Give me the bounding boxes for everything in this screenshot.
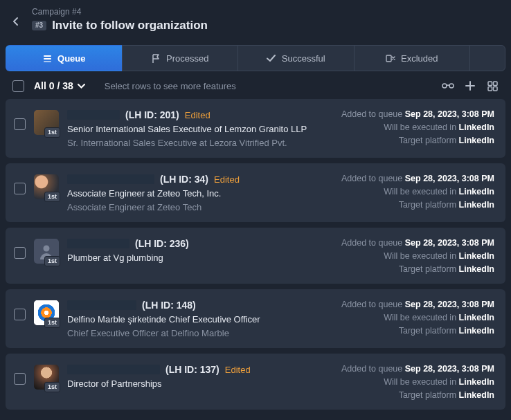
svg-rect-7 — [493, 82, 497, 86]
title-block: Campaign #4 #3 Invite to follow organiza… — [32, 7, 208, 33]
svg-rect-3 — [386, 55, 391, 62]
row-checkbox[interactable] — [14, 183, 26, 194]
person-name-redacted — [67, 239, 129, 248]
meta-added: Added to queue Sep 28, 2023, 3:08 PM — [335, 364, 494, 374]
queue-row[interactable]: 1st(LH ID: 137)EditedDirector of Partner… — [6, 354, 505, 410]
connection-badge: 1st — [44, 318, 60, 328]
chevron-down-icon — [78, 84, 85, 89]
meta-added: Added to queue Sep 28, 2023, 3:08 PM — [335, 300, 494, 309]
connection-badge: 1st — [44, 127, 60, 138]
person-name-redacted — [67, 365, 160, 374]
job-subtitle: Sr. International Sales Executive at Lez… — [67, 138, 327, 148]
person-name-redacted — [67, 110, 120, 120]
action-glasses-button[interactable] — [442, 80, 454, 92]
back-button[interactable] — [10, 15, 22, 28]
breadcrumb: Campaign #4 — [32, 7, 208, 17]
tabs: Queue Processed Successful Excluded — [6, 45, 505, 71]
tab-processed[interactable]: Processed — [122, 45, 239, 71]
tab-label: Processed — [166, 53, 208, 64]
avatar[interactable]: 1st — [34, 174, 59, 199]
tab-label: Queue — [57, 53, 85, 64]
svg-rect-1 — [44, 58, 51, 60]
queue-row[interactable]: 1st(LH ID: 148)Delfino Marble şirketinde… — [6, 289, 505, 348]
queue-icon — [42, 53, 52, 63]
meta-added: Added to queue Sep 28, 2023, 3:08 PM — [335, 109, 494, 119]
job-subtitle: Associate Engineer at Zeteo Tech — [67, 202, 327, 212]
meta-exec: Will be executed in LinkedIn — [335, 313, 494, 322]
queue-row[interactable]: 1st(LH ID: 236)Plumber at Vg plumbingAdd… — [6, 228, 505, 284]
avatar[interactable]: 1st — [34, 365, 59, 390]
lh-id: (LH ID: 34) — [160, 174, 208, 185]
row-checkbox[interactable] — [14, 309, 26, 320]
job-title: Plumber at Vg plumbing — [67, 253, 327, 263]
job-title: Senior International Sales Executive of … — [67, 124, 327, 134]
lh-id: (LH ID: 201) — [125, 109, 179, 120]
connection-badge: 1st — [44, 382, 60, 392]
meta-target: Target platform LinkedIn — [335, 264, 494, 274]
lh-id: (LH ID: 137) — [165, 364, 219, 375]
queue-row[interactable]: 1st(LH ID: 201)EditedSenior Internationa… — [6, 99, 505, 158]
lh-id: (LH ID: 148) — [142, 300, 196, 311]
job-title: Director of Partnerships — [67, 378, 327, 389]
edited-badge: Edited — [185, 110, 210, 120]
queue-row[interactable]: 1st(LH ID: 34)EditedAssociate Engineer a… — [6, 163, 505, 222]
row-checkbox[interactable] — [14, 118, 26, 130]
tab-label: Successful — [282, 53, 325, 64]
row-checkbox[interactable] — [14, 247, 26, 259]
excluded-icon — [386, 53, 395, 63]
meta-exec: Will be executed in LinkedIn — [335, 122, 494, 132]
edited-badge: Edited — [214, 174, 240, 185]
step-badge: #3 — [32, 21, 46, 30]
svg-rect-2 — [44, 61, 51, 62]
tab-queue[interactable]: Queue — [6, 45, 123, 71]
svg-rect-0 — [44, 55, 51, 57]
person-name-redacted — [67, 300, 136, 310]
select-all-checkbox[interactable] — [12, 80, 24, 92]
meta-target: Target platform LinkedIn — [335, 390, 494, 400]
meta-target: Target platform LinkedIn — [335, 136, 494, 145]
avatar[interactable]: 1st — [34, 239, 59, 264]
edited-badge: Edited — [225, 365, 251, 375]
person-name-redacted — [67, 174, 154, 184]
svg-point-10 — [44, 246, 50, 252]
svg-rect-8 — [488, 86, 492, 91]
svg-rect-6 — [488, 82, 492, 86]
grid-view-button[interactable] — [486, 80, 499, 92]
row-checkbox[interactable] — [14, 373, 26, 385]
job-title: Delfino Marble şirketinde Chief Executiv… — [67, 314, 327, 325]
meta-target: Target platform LinkedIn — [335, 200, 494, 210]
lh-id: (LH ID: 236) — [135, 238, 189, 249]
check-icon — [267, 53, 276, 63]
svg-point-4 — [442, 84, 447, 88]
add-button[interactable] — [464, 80, 476, 92]
meta-exec: Will be executed in LinkedIn — [335, 377, 494, 387]
meta-exec: Will be executed in LinkedIn — [335, 187, 494, 197]
tab-more[interactable] — [469, 45, 505, 71]
svg-point-5 — [449, 84, 454, 88]
count-dropdown[interactable]: All 0 / 38 — [34, 80, 85, 91]
avatar[interactable]: 1st — [34, 110, 59, 135]
page-title: Invite to follow organization — [52, 19, 208, 33]
toolbar-hint: Select rows to see more features — [105, 81, 236, 91]
meta-exec: Will be executed in LinkedIn — [335, 251, 494, 261]
tab-excluded[interactable]: Excluded — [354, 45, 471, 71]
avatar[interactable]: 1st — [34, 300, 59, 325]
connection-badge: 1st — [44, 256, 60, 266]
job-title: Associate Engineer at Zeteo Tech, Inc. — [67, 188, 327, 199]
tab-label: Excluded — [401, 53, 438, 64]
meta-added: Added to queue Sep 28, 2023, 3:08 PM — [335, 238, 494, 248]
job-subtitle: Chief Executive Officer at Delfino Marbl… — [67, 328, 327, 338]
meta-added: Added to queue Sep 28, 2023, 3:08 PM — [335, 174, 494, 183]
meta-target: Target platform LinkedIn — [335, 326, 494, 336]
flag-icon — [151, 53, 161, 63]
count-label: All 0 / 38 — [34, 80, 73, 91]
connection-badge: 1st — [44, 192, 60, 202]
tab-successful[interactable]: Successful — [237, 45, 355, 71]
svg-rect-9 — [493, 86, 497, 91]
